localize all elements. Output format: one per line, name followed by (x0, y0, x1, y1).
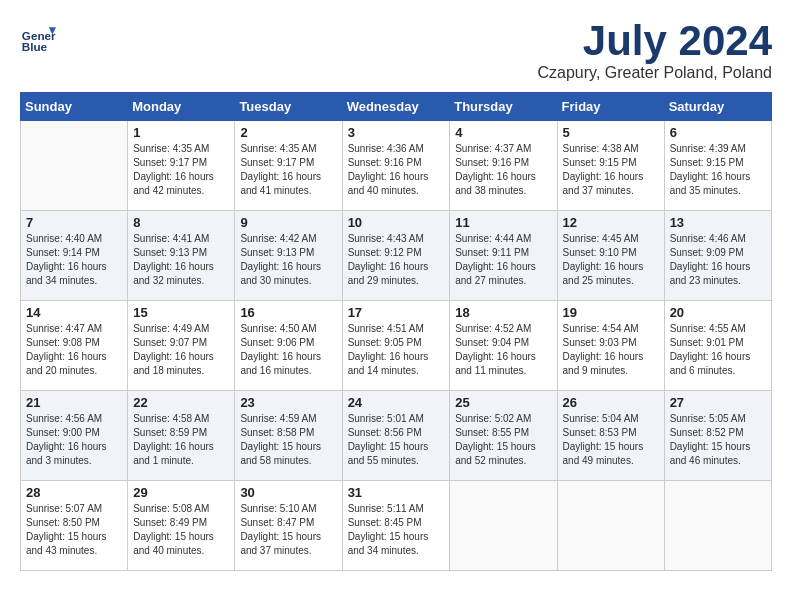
day-info: Sunrise: 5:04 AM Sunset: 8:53 PM Dayligh… (563, 412, 659, 468)
day-info: Sunrise: 5:05 AM Sunset: 8:52 PM Dayligh… (670, 412, 766, 468)
calendar-cell: 17Sunrise: 4:51 AM Sunset: 9:05 PM Dayli… (342, 301, 450, 391)
day-number: 17 (348, 305, 445, 320)
day-number: 6 (670, 125, 766, 140)
page-header: General Blue July 2024 Czapury, Greater … (20, 20, 772, 82)
calendar-cell: 27Sunrise: 5:05 AM Sunset: 8:52 PM Dayli… (664, 391, 771, 481)
day-info: Sunrise: 4:55 AM Sunset: 9:01 PM Dayligh… (670, 322, 766, 378)
location: Czapury, Greater Poland, Poland (538, 64, 773, 82)
day-number: 23 (240, 395, 336, 410)
calendar-cell: 28Sunrise: 5:07 AM Sunset: 8:50 PM Dayli… (21, 481, 128, 571)
day-info: Sunrise: 4:49 AM Sunset: 9:07 PM Dayligh… (133, 322, 229, 378)
day-number: 5 (563, 125, 659, 140)
day-header-friday: Friday (557, 93, 664, 121)
day-info: Sunrise: 4:38 AM Sunset: 9:15 PM Dayligh… (563, 142, 659, 198)
header-row: SundayMondayTuesdayWednesdayThursdayFrid… (21, 93, 772, 121)
day-number: 25 (455, 395, 551, 410)
day-header-sunday: Sunday (21, 93, 128, 121)
day-header-tuesday: Tuesday (235, 93, 342, 121)
day-info: Sunrise: 4:47 AM Sunset: 9:08 PM Dayligh… (26, 322, 122, 378)
calendar-cell: 6Sunrise: 4:39 AM Sunset: 9:15 PM Daylig… (664, 121, 771, 211)
logo-icon: General Blue (20, 20, 56, 56)
day-header-monday: Monday (128, 93, 235, 121)
calendar-cell: 4Sunrise: 4:37 AM Sunset: 9:16 PM Daylig… (450, 121, 557, 211)
day-number: 28 (26, 485, 122, 500)
calendar-cell: 8Sunrise: 4:41 AM Sunset: 9:13 PM Daylig… (128, 211, 235, 301)
week-row-2: 7Sunrise: 4:40 AM Sunset: 9:14 PM Daylig… (21, 211, 772, 301)
day-info: Sunrise: 4:40 AM Sunset: 9:14 PM Dayligh… (26, 232, 122, 288)
day-number: 15 (133, 305, 229, 320)
day-info: Sunrise: 4:43 AM Sunset: 9:12 PM Dayligh… (348, 232, 445, 288)
day-header-saturday: Saturday (664, 93, 771, 121)
day-number: 12 (563, 215, 659, 230)
calendar-cell: 15Sunrise: 4:49 AM Sunset: 9:07 PM Dayli… (128, 301, 235, 391)
calendar-cell: 3Sunrise: 4:36 AM Sunset: 9:16 PM Daylig… (342, 121, 450, 211)
day-number: 24 (348, 395, 445, 410)
calendar-cell: 20Sunrise: 4:55 AM Sunset: 9:01 PM Dayli… (664, 301, 771, 391)
day-number: 20 (670, 305, 766, 320)
day-number: 10 (348, 215, 445, 230)
logo: General Blue (20, 20, 56, 56)
calendar-cell (557, 481, 664, 571)
calendar-cell: 26Sunrise: 5:04 AM Sunset: 8:53 PM Dayli… (557, 391, 664, 481)
day-info: Sunrise: 4:36 AM Sunset: 9:16 PM Dayligh… (348, 142, 445, 198)
day-number: 9 (240, 215, 336, 230)
day-number: 18 (455, 305, 551, 320)
calendar-cell (664, 481, 771, 571)
calendar-cell: 9Sunrise: 4:42 AM Sunset: 9:13 PM Daylig… (235, 211, 342, 301)
calendar-cell: 2Sunrise: 4:35 AM Sunset: 9:17 PM Daylig… (235, 121, 342, 211)
day-number: 2 (240, 125, 336, 140)
day-number: 16 (240, 305, 336, 320)
day-info: Sunrise: 4:51 AM Sunset: 9:05 PM Dayligh… (348, 322, 445, 378)
calendar-cell: 21Sunrise: 4:56 AM Sunset: 9:00 PM Dayli… (21, 391, 128, 481)
calendar-cell: 11Sunrise: 4:44 AM Sunset: 9:11 PM Dayli… (450, 211, 557, 301)
calendar-cell: 13Sunrise: 4:46 AM Sunset: 9:09 PM Dayli… (664, 211, 771, 301)
day-number: 7 (26, 215, 122, 230)
calendar-cell: 30Sunrise: 5:10 AM Sunset: 8:47 PM Dayli… (235, 481, 342, 571)
day-header-wednesday: Wednesday (342, 93, 450, 121)
day-info: Sunrise: 4:58 AM Sunset: 8:59 PM Dayligh… (133, 412, 229, 468)
day-number: 26 (563, 395, 659, 410)
week-row-5: 28Sunrise: 5:07 AM Sunset: 8:50 PM Dayli… (21, 481, 772, 571)
day-info: Sunrise: 5:10 AM Sunset: 8:47 PM Dayligh… (240, 502, 336, 558)
calendar-cell: 29Sunrise: 5:08 AM Sunset: 8:49 PM Dayli… (128, 481, 235, 571)
calendar-cell: 22Sunrise: 4:58 AM Sunset: 8:59 PM Dayli… (128, 391, 235, 481)
day-info: Sunrise: 4:56 AM Sunset: 9:00 PM Dayligh… (26, 412, 122, 468)
calendar-cell (450, 481, 557, 571)
title-block: July 2024 Czapury, Greater Poland, Polan… (538, 20, 773, 82)
calendar-table: SundayMondayTuesdayWednesdayThursdayFrid… (20, 92, 772, 571)
calendar-cell: 10Sunrise: 4:43 AM Sunset: 9:12 PM Dayli… (342, 211, 450, 301)
month-year: July 2024 (538, 20, 773, 62)
calendar-cell: 16Sunrise: 4:50 AM Sunset: 9:06 PM Dayli… (235, 301, 342, 391)
day-info: Sunrise: 5:07 AM Sunset: 8:50 PM Dayligh… (26, 502, 122, 558)
day-info: Sunrise: 4:39 AM Sunset: 9:15 PM Dayligh… (670, 142, 766, 198)
calendar-cell: 31Sunrise: 5:11 AM Sunset: 8:45 PM Dayli… (342, 481, 450, 571)
day-info: Sunrise: 5:08 AM Sunset: 8:49 PM Dayligh… (133, 502, 229, 558)
day-info: Sunrise: 4:59 AM Sunset: 8:58 PM Dayligh… (240, 412, 336, 468)
calendar-cell: 5Sunrise: 4:38 AM Sunset: 9:15 PM Daylig… (557, 121, 664, 211)
day-number: 29 (133, 485, 229, 500)
day-number: 21 (26, 395, 122, 410)
day-info: Sunrise: 4:41 AM Sunset: 9:13 PM Dayligh… (133, 232, 229, 288)
day-info: Sunrise: 4:52 AM Sunset: 9:04 PM Dayligh… (455, 322, 551, 378)
calendar-cell: 18Sunrise: 4:52 AM Sunset: 9:04 PM Dayli… (450, 301, 557, 391)
day-number: 14 (26, 305, 122, 320)
calendar-cell: 14Sunrise: 4:47 AM Sunset: 9:08 PM Dayli… (21, 301, 128, 391)
day-number: 22 (133, 395, 229, 410)
day-info: Sunrise: 4:46 AM Sunset: 9:09 PM Dayligh… (670, 232, 766, 288)
day-number: 8 (133, 215, 229, 230)
day-number: 27 (670, 395, 766, 410)
day-info: Sunrise: 4:50 AM Sunset: 9:06 PM Dayligh… (240, 322, 336, 378)
week-row-3: 14Sunrise: 4:47 AM Sunset: 9:08 PM Dayli… (21, 301, 772, 391)
day-number: 4 (455, 125, 551, 140)
day-info: Sunrise: 4:42 AM Sunset: 9:13 PM Dayligh… (240, 232, 336, 288)
day-header-thursday: Thursday (450, 93, 557, 121)
day-info: Sunrise: 4:37 AM Sunset: 9:16 PM Dayligh… (455, 142, 551, 198)
day-info: Sunrise: 5:01 AM Sunset: 8:56 PM Dayligh… (348, 412, 445, 468)
calendar-cell (21, 121, 128, 211)
svg-text:Blue: Blue (22, 40, 48, 53)
day-number: 3 (348, 125, 445, 140)
week-row-1: 1Sunrise: 4:35 AM Sunset: 9:17 PM Daylig… (21, 121, 772, 211)
calendar-cell: 1Sunrise: 4:35 AM Sunset: 9:17 PM Daylig… (128, 121, 235, 211)
calendar-cell: 7Sunrise: 4:40 AM Sunset: 9:14 PM Daylig… (21, 211, 128, 301)
calendar-cell: 23Sunrise: 4:59 AM Sunset: 8:58 PM Dayli… (235, 391, 342, 481)
